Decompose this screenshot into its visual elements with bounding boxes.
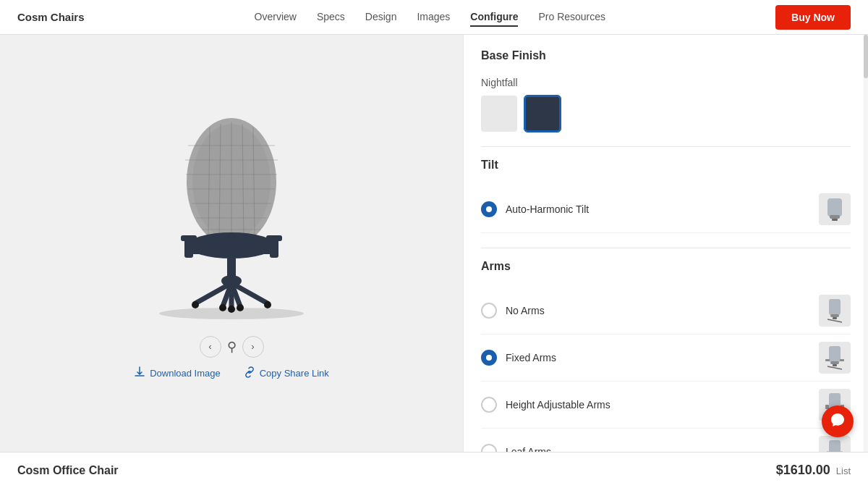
svg-rect-17 [181,235,197,241]
swatch-nightfall[interactable] [524,96,561,132]
arms-option-label-0: No Arms [506,305,545,316]
chair-image-container [72,107,391,324]
scroll-thumb[interactable] [864,35,868,78]
price-area: $1610.00 List [776,463,851,478]
arms-option-left-0: No Arms [481,303,545,319]
configurator-panel: Base Finish Nightfall Tilt Auto-Harmonic… [463,35,868,452]
svg-rect-19 [266,235,282,241]
base-finish-selected-label: Nightfall [481,77,851,88]
svg-point-30 [264,301,271,308]
prev-image-button[interactable]: ‹ [200,336,221,358]
base-finish-swatches [481,96,851,132]
svg-rect-35 [832,219,838,221]
download-icon [134,366,145,380]
svg-point-27 [192,301,199,308]
arms-radio-leaf [481,444,497,452]
arms-option-fixed-arms[interactable]: Fixed Arms [481,335,851,382]
chevron-right-icon: › [251,341,254,352]
svg-point-32 [159,308,304,319]
svg-rect-37 [830,314,839,317]
nav-images[interactable]: Images [417,8,450,27]
tilt-radio-auto-harmonic [481,201,497,217]
product-image-panel: ‹ ⚲ › Download Image Copy Share Link [0,35,463,452]
brand-logo: Cosm Chairs [17,11,85,23]
tilt-option-left: Auto-Harmonic Tilt [481,201,589,217]
arms-option-label-2: Height Adjustable Arms [506,399,610,411]
chat-icon [830,412,846,432]
zoom-button[interactable]: ⚲ [227,339,237,355]
tilt-option-auto-harmonic[interactable]: Auto-Harmonic Tilt [481,186,851,233]
arms-option-image-1 [819,342,851,374]
arms-option-image-3 [819,436,851,452]
tilt-option-image [819,193,851,225]
base-finish-section: Base Finish Nightfall [481,49,851,132]
share-label: Copy Share Link [260,368,329,379]
main-nav: Overview Specs Design Images Configure P… [255,8,606,27]
product-price: $1610.00 [776,463,830,478]
tilt-title: Tilt [481,159,851,177]
svg-line-45 [827,366,842,369]
scroll-indicator[interactable] [864,35,868,452]
zoom-icon: ⚲ [227,340,237,354]
nav-overview[interactable]: Overview [255,8,297,27]
chair-illustration [116,109,347,321]
tilt-option-label: Auto-Harmonic Tilt [506,203,589,215]
bottom-bar: Cosm Office Chair $1610.00 List [0,452,868,488]
divider-1 [481,146,851,147]
arms-radio-height-adjustable [481,397,497,413]
arms-option-label-1: Fixed Arms [506,352,556,363]
arms-radio-no-arms [481,303,497,319]
nav-design[interactable]: Design [365,8,397,27]
svg-rect-44 [833,364,837,366]
arms-option-leaf-arms[interactable]: Leaf Arms [481,429,851,452]
svg-rect-36 [829,299,841,315]
download-image-button[interactable]: Download Image [134,366,221,380]
arms-option-height-adjustable[interactable]: Height Adjustable Arms [481,382,851,429]
link-icon [244,366,255,380]
svg-rect-52 [829,440,841,452]
svg-line-39 [827,319,842,322]
svg-rect-38 [833,317,837,319]
nav-pro-resources[interactable]: Pro Resources [538,8,605,27]
svg-rect-41 [825,359,830,361]
svg-rect-15 [188,240,275,254]
arms-radio-fixed [481,350,497,366]
arms-section: Arms No Arms Fix [481,260,851,452]
base-finish-title: Base Finish [481,49,851,68]
svg-rect-43 [830,361,839,364]
arms-option-image-0 [819,295,851,327]
arms-title: Arms [481,260,851,279]
next-image-button[interactable]: › [242,336,264,358]
main-layout: ‹ ⚲ › Download Image Copy Share Link [0,35,868,452]
arms-option-no-arms[interactable]: No Arms [481,287,851,335]
image-carousel-controls: ‹ ⚲ › [200,336,264,358]
product-name: Cosm Office Chair [17,464,119,477]
svg-rect-33 [827,198,842,216]
svg-rect-42 [840,359,844,361]
header: Cosm Chairs Overview Specs Design Images… [0,0,868,35]
nav-configure[interactable]: Configure [470,8,518,27]
image-actions: Download Image Copy Share Link [134,366,329,380]
arms-option-label-3: Leaf Arms [506,446,551,452]
tilt-section: Tilt Auto-Harmonic Tilt [481,159,851,233]
svg-rect-40 [829,346,841,362]
copy-share-link-button[interactable]: Copy Share Link [244,366,329,380]
buy-now-button[interactable]: Buy Now [775,5,851,30]
arms-option-left-2: Height Adjustable Arms [481,397,610,413]
svg-rect-34 [830,215,840,219]
nav-specs[interactable]: Specs [317,8,345,27]
chat-button[interactable] [822,405,854,437]
arms-option-left-1: Fixed Arms [481,350,556,366]
swatch-white[interactable] [481,96,517,132]
divider-2 [481,248,851,248]
download-label: Download Image [150,368,221,379]
arms-option-left-3: Leaf Arms [481,444,551,452]
price-list-label: List [836,466,851,476]
chevron-left-icon: ‹ [208,341,211,352]
